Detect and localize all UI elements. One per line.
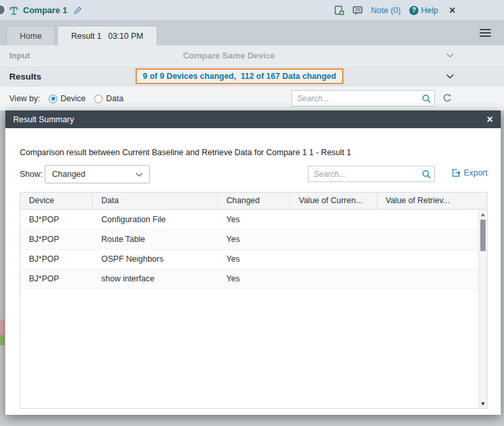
cell-data: show interface — [93, 270, 218, 289]
column-header-data[interactable]: Data — [93, 193, 218, 209]
note-link[interactable]: Note (0) — [371, 6, 401, 15]
cell-value-retrieve — [377, 230, 478, 249]
show-label: Show: — [20, 170, 43, 179]
background-fragment — [0, 335, 5, 345]
column-header-device[interactable]: Device — [20, 193, 93, 209]
input-mode-text: Compare Same Device — [0, 51, 458, 60]
tab-result-label: Result 1 — [71, 32, 101, 41]
scroll-down-icon[interactable] — [481, 402, 485, 406]
show-dropdown-value: Changed — [52, 170, 86, 179]
export-label: Export — [464, 168, 488, 178]
column-header-changed[interactable]: Changed — [218, 193, 290, 209]
background-fragment — [0, 320, 5, 335]
cell-data: OSPF Neighbors — [93, 250, 218, 269]
scroll-thumb[interactable] — [480, 220, 486, 251]
cell-value-current — [290, 250, 377, 269]
column-header-value-current[interactable]: Value of Curren... — [290, 193, 377, 209]
dialog-body: Comparison result between Current Baseli… — [5, 128, 501, 415]
refresh-icon[interactable] — [442, 93, 452, 103]
radio-data[interactable]: Data — [94, 94, 123, 103]
table-body: BJ*POP Configuration File Yes BJ*POP Rou… — [20, 210, 478, 408]
cell-device: BJ*POP — [20, 270, 93, 289]
scroll-up-icon[interactable] — [481, 213, 485, 216]
dialog-close-icon[interactable]: × — [487, 114, 493, 125]
app-screen: Compare 1 Note (0) ? Help × Home Result … — [0, 0, 504, 426]
dialog-controls: Show: Changed Expor — [20, 165, 488, 183]
table-row[interactable]: BJ*POP show interface Yes — [20, 270, 478, 289]
titlebar: Compare 1 Note (0) ? Help × — [0, 0, 504, 20]
export-icon — [451, 168, 461, 178]
chevron-down-icon[interactable] — [446, 53, 454, 58]
search-icon[interactable] — [418, 170, 434, 179]
radio-selected-icon — [49, 95, 57, 103]
chevron-down-icon — [136, 172, 143, 177]
document-plus-icon[interactable] — [334, 5, 344, 15]
page-title: Compare 1 — [23, 5, 67, 15]
view-toolbar: View by: Device Data — [0, 87, 504, 110]
results-label: Results — [9, 72, 41, 82]
close-icon[interactable]: × — [449, 5, 455, 16]
chevron-down-icon[interactable] — [446, 74, 454, 79]
cell-data: Configuration File — [93, 210, 218, 229]
view-by-label: View by: — [9, 94, 40, 103]
table-row[interactable]: BJ*POP OSPF Neighbors Yes — [20, 250, 478, 270]
cell-value-retrieve — [377, 250, 478, 269]
table-row[interactable]: BJ*POP Route Table Yes — [20, 230, 478, 250]
tab-home-label: Home — [20, 32, 41, 41]
radio-unselected-icon — [94, 95, 103, 103]
cell-changed: Yes — [218, 270, 290, 289]
help-icon: ? — [409, 6, 418, 15]
column-header-value-retrieve[interactable]: Value of Retriev... — [377, 193, 487, 209]
radio-device[interactable]: Device — [49, 94, 86, 103]
vertical-scrollbar[interactable] — [478, 210, 487, 408]
comparison-description: Comparison result between Current Baseli… — [20, 148, 351, 157]
cell-device: BJ*POP — [20, 250, 93, 269]
table-search-box — [308, 166, 435, 182]
result-summary-dialog: Result Summary × Comparison result betwe… — [5, 110, 501, 415]
search-input[interactable] — [292, 94, 418, 103]
help-link[interactable]: ? Help — [409, 6, 438, 15]
results-table: Device Data Changed Value of Curren... V… — [20, 192, 488, 409]
radio-device-label: Device — [61, 94, 86, 103]
help-label: Help — [421, 6, 438, 15]
cell-changed: Yes — [218, 230, 290, 249]
results-summary[interactable]: 9 of 9 Devices changed, 112 of 167 Data … — [136, 68, 343, 84]
cell-changed: Yes — [218, 250, 290, 269]
tab-result-1[interactable]: Result 1 03:10 PM — [57, 26, 157, 45]
cell-value-current — [290, 210, 377, 229]
menu-icon[interactable] — [480, 29, 491, 39]
edit-icon[interactable] — [74, 6, 82, 14]
cell-value-retrieve — [377, 270, 478, 289]
tab-home[interactable]: Home — [6, 26, 55, 45]
dialog-header: Result Summary × — [5, 110, 501, 128]
compare-icon — [9, 5, 19, 15]
cell-device: BJ*POP — [20, 210, 93, 229]
radio-data-label: Data — [106, 94, 123, 103]
show-dropdown[interactable]: Changed — [45, 165, 150, 183]
cell-value-retrieve — [377, 210, 478, 229]
cell-device: BJ*POP — [20, 230, 93, 249]
collapse-handle[interactable] — [0, 4, 6, 16]
table-row[interactable]: BJ*POP Configuration File Yes — [20, 210, 478, 230]
comment-icon[interactable] — [353, 6, 363, 15]
tab-result-time: 03:10 PM — [108, 32, 143, 41]
cell-value-current — [290, 230, 377, 249]
table-header: Device Data Changed Value of Curren... V… — [20, 193, 487, 210]
table-search-input[interactable] — [309, 170, 418, 179]
cell-value-current — [290, 270, 377, 289]
input-section-header[interactable]: Input Compare Same Device — [0, 45, 504, 66]
export-button[interactable]: Export — [451, 168, 488, 178]
tab-bar: Home Result 1 03:10 PM — [0, 20, 504, 45]
cell-data: Route Table — [93, 230, 218, 249]
search-icon[interactable] — [418, 94, 434, 103]
dialog-title: Result Summary — [13, 115, 74, 124]
titlebar-actions: Note (0) ? Help × — [334, 0, 455, 20]
device-search-box — [291, 90, 435, 106]
cell-changed: Yes — [218, 210, 290, 229]
results-section-header[interactable]: Results 9 of 9 Devices changed, 112 of 1… — [0, 66, 504, 87]
